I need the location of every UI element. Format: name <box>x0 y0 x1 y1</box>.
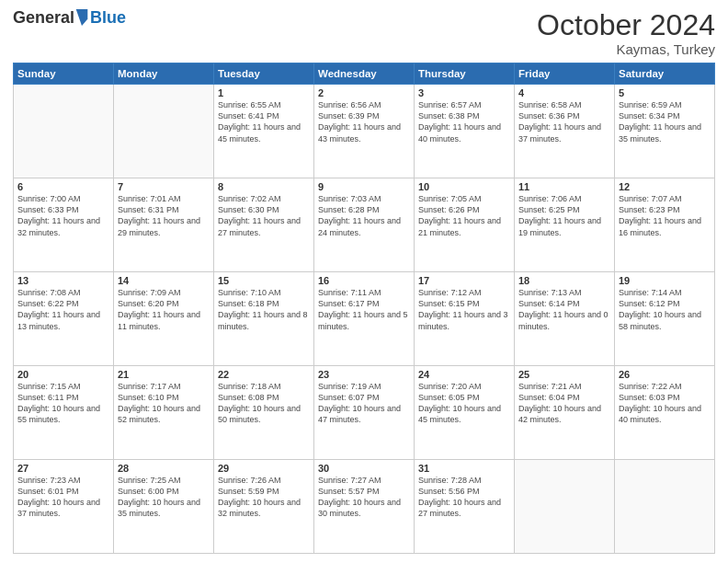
day-number: 21 <box>118 369 210 380</box>
day-info: Sunrise: 7:25 AMSunset: 6:00 PMDaylight:… <box>118 475 210 520</box>
calendar-cell: 17Sunrise: 7:12 AMSunset: 6:15 PMDayligh… <box>415 272 515 366</box>
calendar-cell: 7Sunrise: 7:01 AMSunset: 6:31 PMDaylight… <box>114 178 214 272</box>
day-info: Sunrise: 7:03 AMSunset: 6:28 PMDaylight:… <box>318 193 410 238</box>
day-info: Sunrise: 7:09 AMSunset: 6:20 PMDaylight:… <box>118 287 210 332</box>
logo-general-text: General <box>13 9 74 26</box>
day-info: Sunrise: 7:15 AMSunset: 6:11 PMDaylight:… <box>17 381 109 426</box>
day-number: 9 <box>318 181 410 192</box>
day-number: 18 <box>518 275 610 286</box>
day-number: 29 <box>218 463 310 474</box>
day-number: 23 <box>318 369 410 380</box>
day-number: 11 <box>518 181 610 192</box>
calendar-cell: 13Sunrise: 7:08 AMSunset: 6:22 PMDayligh… <box>14 272 114 366</box>
day-info: Sunrise: 7:18 AMSunset: 6:08 PMDaylight:… <box>218 381 310 426</box>
day-number: 7 <box>118 181 210 192</box>
calendar-cell: 28Sunrise: 7:25 AMSunset: 6:00 PMDayligh… <box>114 460 214 554</box>
day-info: Sunrise: 7:08 AMSunset: 6:22 PMDaylight:… <box>17 287 109 332</box>
day-info: Sunrise: 7:19 AMSunset: 6:07 PMDaylight:… <box>318 381 410 426</box>
day-number: 15 <box>218 275 310 286</box>
day-number: 5 <box>619 87 711 98</box>
weekday-header: Sunday <box>14 63 114 85</box>
day-info: Sunrise: 7:23 AMSunset: 6:01 PMDaylight:… <box>17 475 109 520</box>
day-number: 13 <box>17 275 109 286</box>
calendar-cell: 26Sunrise: 7:22 AMSunset: 6:03 PMDayligh… <box>615 366 715 460</box>
day-number: 1 <box>218 87 310 98</box>
day-info: Sunrise: 7:06 AMSunset: 6:25 PMDaylight:… <box>518 193 610 238</box>
calendar-cell: 30Sunrise: 7:27 AMSunset: 5:57 PMDayligh… <box>314 460 415 554</box>
weekday-header: Friday <box>515 63 615 85</box>
calendar-cell: 15Sunrise: 7:10 AMSunset: 6:18 PMDayligh… <box>214 272 314 366</box>
day-number: 25 <box>518 369 610 380</box>
day-number: 16 <box>318 275 410 286</box>
day-info: Sunrise: 7:05 AMSunset: 6:26 PMDaylight:… <box>418 193 510 238</box>
day-info: Sunrise: 7:11 AMSunset: 6:17 PMDaylight:… <box>318 287 410 332</box>
calendar-cell <box>515 460 615 554</box>
weekday-header: Monday <box>114 63 214 85</box>
calendar-cell: 10Sunrise: 7:05 AMSunset: 6:26 PMDayligh… <box>415 178 515 272</box>
day-info: Sunrise: 7:28 AMSunset: 5:56 PMDaylight:… <box>418 475 510 520</box>
day-number: 30 <box>318 463 410 474</box>
weekday-header: Saturday <box>615 63 715 85</box>
calendar-cell: 25Sunrise: 7:21 AMSunset: 6:04 PMDayligh… <box>515 366 615 460</box>
calendar-cell: 22Sunrise: 7:18 AMSunset: 6:08 PMDayligh… <box>214 366 314 460</box>
day-info: Sunrise: 6:56 AMSunset: 6:39 PMDaylight:… <box>318 99 410 144</box>
calendar-cell: 12Sunrise: 7:07 AMSunset: 6:23 PMDayligh… <box>615 178 715 272</box>
calendar-cell: 24Sunrise: 7:20 AMSunset: 6:05 PMDayligh… <box>415 366 515 460</box>
calendar-cell: 1Sunrise: 6:55 AMSunset: 6:41 PMDaylight… <box>214 85 314 178</box>
weekday-header: Tuesday <box>214 63 314 85</box>
day-info: Sunrise: 7:22 AMSunset: 6:03 PMDaylight:… <box>619 381 711 426</box>
day-number: 17 <box>418 275 510 286</box>
weekday-header: Wednesday <box>314 63 415 85</box>
day-info: Sunrise: 7:21 AMSunset: 6:04 PMDaylight:… <box>518 381 610 426</box>
day-number: 22 <box>218 369 310 380</box>
calendar-cell: 3Sunrise: 6:57 AMSunset: 6:38 PMDaylight… <box>415 85 515 178</box>
day-number: 19 <box>619 275 711 286</box>
day-number: 26 <box>619 369 711 380</box>
day-number: 12 <box>619 181 711 192</box>
calendar-cell: 9Sunrise: 7:03 AMSunset: 6:28 PMDaylight… <box>314 178 415 272</box>
day-number: 2 <box>318 87 410 98</box>
day-number: 10 <box>418 181 510 192</box>
day-info: Sunrise: 7:02 AMSunset: 6:30 PMDaylight:… <box>218 193 310 238</box>
day-info: Sunrise: 7:00 AMSunset: 6:33 PMDaylight:… <box>17 193 109 238</box>
calendar-cell: 27Sunrise: 7:23 AMSunset: 6:01 PMDayligh… <box>14 460 114 554</box>
calendar-cell: 14Sunrise: 7:09 AMSunset: 6:20 PMDayligh… <box>114 272 214 366</box>
day-number: 4 <box>518 87 610 98</box>
day-info: Sunrise: 6:58 AMSunset: 6:36 PMDaylight:… <box>518 99 610 144</box>
logo-icon <box>75 9 88 26</box>
header: General Blue October 2024 Kaymas, Turkey <box>13 9 715 57</box>
title-month: October 2024 <box>537 9 715 41</box>
day-number: 28 <box>118 463 210 474</box>
page: General Blue October 2024 Kaymas, Turkey… <box>0 0 728 563</box>
calendar-cell: 20Sunrise: 7:15 AMSunset: 6:11 PMDayligh… <box>14 366 114 460</box>
calendar: SundayMondayTuesdayWednesdayThursdayFrid… <box>13 63 715 554</box>
calendar-cell <box>615 460 715 554</box>
calendar-cell: 21Sunrise: 7:17 AMSunset: 6:10 PMDayligh… <box>114 366 214 460</box>
day-number: 24 <box>418 369 510 380</box>
day-info: Sunrise: 7:20 AMSunset: 6:05 PMDaylight:… <box>418 381 510 426</box>
day-info: Sunrise: 6:57 AMSunset: 6:38 PMDaylight:… <box>418 99 510 144</box>
day-info: Sunrise: 6:55 AMSunset: 6:41 PMDaylight:… <box>218 99 310 144</box>
day-info: Sunrise: 7:12 AMSunset: 6:15 PMDaylight:… <box>418 287 510 332</box>
calendar-week-row: 20Sunrise: 7:15 AMSunset: 6:11 PMDayligh… <box>14 366 715 460</box>
svg-marker-0 <box>76 9 88 26</box>
day-info: Sunrise: 7:14 AMSunset: 6:12 PMDaylight:… <box>619 287 711 332</box>
calendar-week-row: 1Sunrise: 6:55 AMSunset: 6:41 PMDaylight… <box>14 85 715 178</box>
calendar-cell <box>14 85 114 178</box>
calendar-cell: 6Sunrise: 7:00 AMSunset: 6:33 PMDaylight… <box>14 178 114 272</box>
calendar-week-row: 13Sunrise: 7:08 AMSunset: 6:22 PMDayligh… <box>14 272 715 366</box>
logo-blue-text: Blue <box>90 9 126 26</box>
calendar-cell: 29Sunrise: 7:26 AMSunset: 5:59 PMDayligh… <box>214 460 314 554</box>
logo: General Blue <box>13 9 126 26</box>
calendar-cell <box>114 85 214 178</box>
calendar-week-row: 6Sunrise: 7:00 AMSunset: 6:33 PMDaylight… <box>14 178 715 272</box>
day-info: Sunrise: 7:10 AMSunset: 6:18 PMDaylight:… <box>218 287 310 332</box>
calendar-week-row: 27Sunrise: 7:23 AMSunset: 6:01 PMDayligh… <box>14 460 715 554</box>
day-number: 14 <box>118 275 210 286</box>
day-number: 27 <box>17 463 109 474</box>
day-info: Sunrise: 7:01 AMSunset: 6:31 PMDaylight:… <box>118 193 210 238</box>
day-number: 31 <box>418 463 510 474</box>
day-info: Sunrise: 6:59 AMSunset: 6:34 PMDaylight:… <box>619 99 711 144</box>
day-info: Sunrise: 7:26 AMSunset: 5:59 PMDaylight:… <box>218 475 310 520</box>
day-info: Sunrise: 7:07 AMSunset: 6:23 PMDaylight:… <box>619 193 711 238</box>
